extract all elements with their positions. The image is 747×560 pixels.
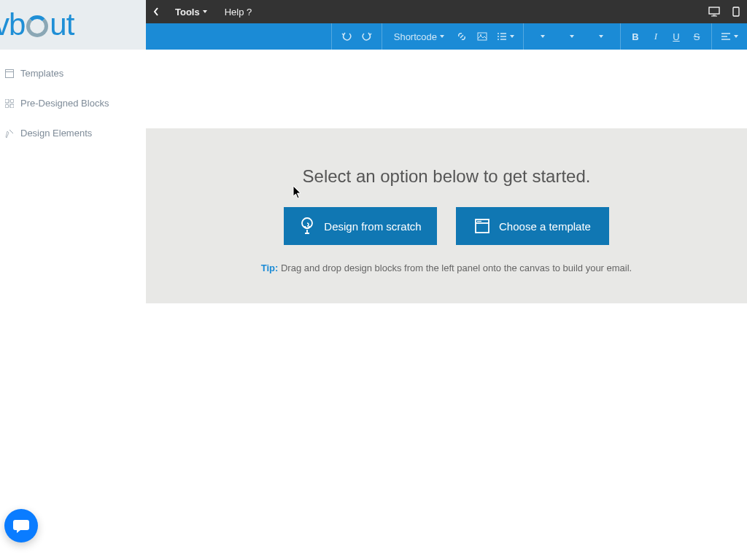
format-toolbar: Shortcode B <box>146 23 747 50</box>
sidebar-header: vb ut <box>0 0 146 50</box>
sidebar-item-label: Templates <box>20 68 63 79</box>
svg-point-12 <box>498 36 499 37</box>
align-group <box>712 23 747 50</box>
shortcode-dropdown[interactable]: Shortcode <box>387 23 452 50</box>
blocks-icon <box>4 98 15 109</box>
chevron-down-icon <box>440 35 444 38</box>
align-icon <box>721 32 731 41</box>
main: Tools Help ? <box>146 0 747 560</box>
template-label: Choose a template <box>499 220 591 233</box>
tools-label: Tools <box>175 7 200 18</box>
font-size-dropdown[interactable] <box>557 23 587 50</box>
svg-rect-5 <box>10 104 14 108</box>
mobile-icon <box>732 7 740 17</box>
lightbulb-icon <box>299 217 315 236</box>
svg-point-10 <box>498 33 499 34</box>
chevron-down-icon <box>510 35 514 38</box>
chevron-down-icon <box>734 35 738 38</box>
starter-title: Select an option below to get started. <box>303 166 591 187</box>
logo: vb ut <box>0 7 74 42</box>
starter-buttons: Design from scratch Choose a template <box>284 207 609 245</box>
svg-rect-0 <box>6 69 14 77</box>
sidebar-item-elements[interactable]: Design Elements <box>0 118 146 148</box>
template-icon <box>4 69 15 79</box>
image-icon <box>477 31 487 42</box>
design-from-scratch-button[interactable]: Design from scratch <box>284 207 437 245</box>
strike-button[interactable]: S <box>686 23 707 50</box>
svg-rect-4 <box>5 104 9 108</box>
svg-point-14 <box>498 39 499 40</box>
logo-o-icon <box>26 15 48 37</box>
svg-rect-3 <box>10 99 14 103</box>
topbar-right <box>703 0 747 23</box>
back-button[interactable] <box>146 0 166 23</box>
redo-button[interactable] <box>357 23 377 50</box>
list-dropdown[interactable] <box>492 23 519 50</box>
chat-widget-button[interactable] <box>4 509 38 542</box>
font-color-dropdown[interactable] <box>587 23 616 50</box>
desktop-view-button[interactable] <box>703 0 725 23</box>
chevron-left-icon <box>153 7 159 16</box>
help-button[interactable]: Help ? <box>216 0 261 23</box>
chevron-down-icon <box>599 35 603 38</box>
logo-text-left: vb <box>0 7 25 42</box>
choose-template-button[interactable]: Choose a template <box>456 207 609 245</box>
font-family-dropdown[interactable] <box>528 23 557 50</box>
chevron-down-icon <box>541 35 545 38</box>
svg-rect-6 <box>709 7 719 14</box>
topbar: Tools Help ? <box>146 0 747 23</box>
undo-icon <box>341 31 352 42</box>
sidebar-item-blocks[interactable]: Pre-Designed Blocks <box>0 88 146 118</box>
canvas[interactable]: Select an option below to get started. D… <box>146 50 747 560</box>
sidebar-item-label: Design Elements <box>20 128 92 139</box>
sidebar-item-templates[interactable]: Templates <box>0 58 146 88</box>
history-group <box>332 23 382 50</box>
tip-text: Drag and drop design blocks from the lef… <box>278 262 632 273</box>
help-label: Help ? <box>225 7 252 18</box>
sidebar-nav: Templates Pre-Designed Blocks Design Ele… <box>0 50 146 148</box>
ribbon-spacer <box>146 23 332 50</box>
template-icon <box>474 218 490 234</box>
redo-icon <box>362 31 372 42</box>
link-button[interactable] <box>452 23 472 50</box>
tip-label: Tip: <box>261 262 279 273</box>
desktop-icon <box>708 7 720 17</box>
image-button[interactable] <box>472 23 492 50</box>
svg-rect-8 <box>478 33 487 40</box>
topbar-left: Tools Help ? <box>146 0 260 23</box>
underline-label: U <box>673 31 679 42</box>
starter-panel: Select an option below to get started. D… <box>146 128 747 303</box>
font-group <box>524 23 621 50</box>
chevron-down-icon <box>570 35 574 38</box>
italic-label: I <box>654 31 657 42</box>
tools-menu[interactable]: Tools <box>166 0 216 23</box>
strike-label: S <box>694 31 700 42</box>
svg-rect-2 <box>5 99 9 103</box>
sidebar-item-label: Pre-Designed Blocks <box>20 98 109 109</box>
link-icon <box>457 31 467 42</box>
insert-group: Shortcode <box>382 23 524 50</box>
style-group: B I U S <box>621 23 712 50</box>
starter-tip: Tip: Drag and drop design blocks from th… <box>261 262 632 273</box>
list-icon <box>497 32 507 41</box>
logo-text-right: ut <box>50 7 74 42</box>
italic-button[interactable]: I <box>646 23 666 50</box>
svg-rect-7 <box>733 7 739 16</box>
shortcode-label: Shortcode <box>394 31 437 42</box>
chat-icon <box>12 518 30 534</box>
bold-label: B <box>632 31 638 42</box>
mobile-view-button[interactable] <box>725 0 747 23</box>
chevron-down-icon <box>203 10 207 13</box>
pencil-ruler-icon <box>4 128 15 139</box>
scratch-label: Design from scratch <box>324 220 421 233</box>
bold-button[interactable]: B <box>625 23 646 50</box>
underline-button[interactable]: U <box>666 23 686 50</box>
align-dropdown[interactable] <box>716 23 743 50</box>
sidebar: vb ut Templates Pre-Designed Blocks <box>0 0 146 560</box>
undo-button[interactable] <box>336 23 357 50</box>
